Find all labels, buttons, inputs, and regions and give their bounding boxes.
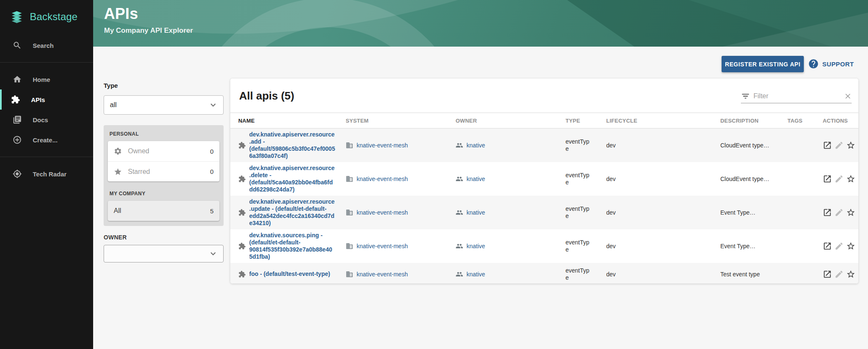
edit-api-button[interactable] [834, 141, 844, 150]
company-group-header: MY COMPANY [109, 191, 218, 197]
register-existing-api-button[interactable]: REGISTER EXISTING API [722, 56, 804, 72]
api-name-link[interactable]: dev.knative.apiserver.resource.update - … [249, 198, 335, 227]
launch-icon [823, 208, 832, 217]
sidebar-item-home[interactable]: Home [0, 69, 93, 89]
column-header-tags[interactable]: TAGS [787, 118, 823, 124]
system-link[interactable]: knative-event-mesh [357, 243, 408, 249]
system-link[interactable]: knative-event-mesh [357, 271, 408, 278]
star-border-icon [846, 174, 855, 184]
chevron-down-icon [208, 100, 218, 110]
api-explorer-page: APIs My Company API Explorer Backstage S… [0, 0, 868, 349]
page-header-banner: APIs My Company API Explorer [93, 0, 868, 47]
group-icon [456, 242, 463, 250]
filter-item-owned[interactable]: Owned 0 [108, 141, 219, 161]
column-header-lifecycle[interactable]: LIFECYCLE [606, 118, 720, 124]
table-row: foo - (default/test-event-type) knative-… [230, 263, 858, 283]
api-description: CloudEvent type… [720, 142, 787, 149]
building-icon [346, 242, 353, 250]
api-lifecycle: dev [606, 142, 720, 149]
edit-icon [834, 241, 844, 251]
column-header-type[interactable]: TYPE [566, 118, 606, 124]
table-header-row: NAME SYSTEM OWNER TYPE LIFECYCLE DESCRIP… [230, 113, 858, 129]
api-description: CloudEvent type… [720, 176, 787, 182]
sidebar-item-apis[interactable]: APIs [0, 89, 93, 110]
sidebar-item-create[interactable]: Create... [0, 130, 93, 150]
support-button[interactable]: SUPPORT [808, 58, 854, 69]
view-api-button[interactable] [823, 241, 832, 251]
type-filter-select[interactable]: all [104, 95, 224, 115]
sidebar-item-docs[interactable]: Docs [0, 110, 93, 130]
system-link[interactable]: knative-event-mesh [357, 142, 408, 149]
personal-group-header: PERSONAL [109, 131, 218, 137]
api-name-link[interactable]: dev.knative.sources.ping - (default/et-d… [249, 232, 335, 260]
api-type: eventType [566, 205, 591, 220]
table-filter-input[interactable] [753, 92, 840, 100]
star-api-button[interactable] [846, 241, 855, 251]
view-api-button[interactable] [823, 270, 832, 279]
gear-icon [114, 147, 122, 155]
api-name-link[interactable]: dev.knative.apiserver.resource.delete - … [249, 165, 335, 193]
view-api-button[interactable] [823, 208, 832, 217]
sidebar-item-tech-radar[interactable]: Tech Radar [0, 164, 93, 184]
edit-api-button[interactable] [834, 241, 844, 251]
close-icon[interactable] [844, 92, 852, 100]
view-api-button[interactable] [823, 141, 832, 150]
api-name-link[interactable]: foo - (default/test-event-type) [249, 270, 339, 278]
column-header-system[interactable]: SYSTEM [346, 118, 456, 124]
edit-api-button[interactable] [834, 208, 844, 217]
api-description: Event Type… [720, 243, 787, 249]
owner-link[interactable]: knative [467, 209, 485, 216]
api-lifecycle: dev [606, 176, 720, 182]
backstage-logo[interactable]: Backstage [0, 0, 93, 24]
system-link[interactable]: knative-event-mesh [357, 176, 408, 182]
sidebar: Backstage Search Home APIs Docs Cre [0, 0, 93, 349]
launch-icon [823, 270, 832, 279]
api-type: eventType [566, 239, 591, 253]
sidebar-item-search[interactable]: Search [0, 35, 93, 55]
star-border-icon [846, 208, 855, 217]
type-filter-label: Type [104, 82, 118, 89]
api-description: Test event type [720, 271, 787, 278]
backstage-logo-icon [9, 9, 24, 24]
owner-link[interactable]: knative [467, 271, 485, 278]
api-name-link[interactable]: dev.knative.apiserver.resource.add - (de… [249, 131, 335, 160]
edit-icon [834, 270, 844, 279]
owner-link[interactable]: knative [467, 243, 485, 249]
star-api-button[interactable] [846, 208, 855, 217]
star-api-button[interactable] [846, 174, 855, 184]
backstage-logo-text: Backstage [30, 11, 78, 23]
filter-item-starred[interactable]: Starred 0 [108, 161, 219, 181]
search-icon [13, 41, 22, 50]
view-api-button[interactable] [823, 174, 832, 184]
extension-icon [238, 175, 246, 183]
system-link[interactable]: knative-event-mesh [357, 209, 408, 216]
sidebar-divider [0, 62, 93, 63]
table-row: dev.knative.sources.ping - (default/et-d… [230, 229, 858, 263]
launch-icon [823, 241, 832, 251]
star-api-button[interactable] [846, 141, 855, 150]
extension-icon [238, 270, 246, 278]
filter-list-icon[interactable] [741, 92, 750, 101]
column-header-description[interactable]: DESCRIPTION [720, 118, 787, 124]
star-api-button[interactable] [846, 270, 855, 279]
extension-icon [238, 209, 246, 216]
filter-item-all[interactable]: All 5 [108, 201, 219, 221]
column-header-name[interactable]: NAME [238, 118, 346, 124]
type-filter-value: all [110, 101, 208, 109]
edit-api-button[interactable] [834, 270, 844, 279]
owner-link[interactable]: knative [467, 142, 485, 149]
home-icon [13, 75, 22, 84]
owner-link[interactable]: knative [467, 176, 485, 182]
sidebar-item-label: APIs [31, 96, 45, 103]
column-header-owner[interactable]: OWNER [456, 118, 566, 124]
edit-api-button[interactable] [834, 174, 844, 184]
owner-filter-label: OWNER [104, 234, 127, 241]
group-icon [456, 270, 463, 278]
api-description: Event Type… [720, 209, 787, 216]
docs-icon [13, 115, 22, 124]
api-type: eventType [566, 267, 591, 281]
add-circle-icon [13, 135, 22, 144]
building-icon [346, 142, 353, 149]
owner-filter-select[interactable] [104, 245, 224, 262]
table-filter-box [741, 89, 852, 103]
